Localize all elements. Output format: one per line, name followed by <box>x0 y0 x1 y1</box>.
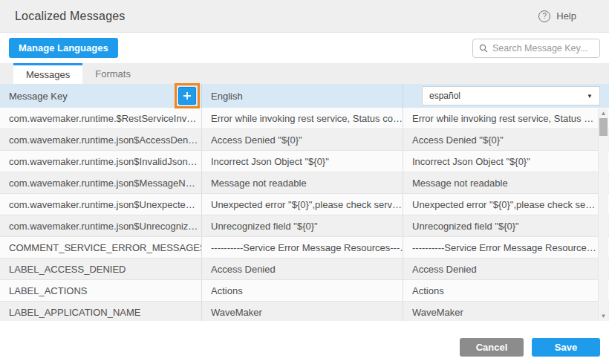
cell-message-key[interactable]: com.wavemaker.runtime.json$InvalidJson… <box>0 151 202 172</box>
table-row[interactable]: com.wavemaker.runtime.json$InvalidJson… … <box>0 151 609 172</box>
cell-translation[interactable]: Access Denied <box>403 264 609 275</box>
table-row[interactable]: com.wavemaker.runtime.json$AccessDen… Ac… <box>0 129 609 151</box>
cell-message-key[interactable]: com.wavemaker.runtime.json$AccessDen… <box>0 129 202 150</box>
add-message-key-button[interactable] <box>178 87 196 105</box>
table-row[interactable]: COMMENT_SERVICE_ERROR_MESSAGES ---------… <box>0 237 609 259</box>
cell-translation[interactable]: WaveMaker <box>403 307 609 318</box>
cell-translation[interactable]: Access Denied "${0}" <box>403 134 609 146</box>
cell-translation[interactable]: Incorrect Json Object "${0}" <box>403 156 609 167</box>
dialog-titlebar: Localized Messages ? Help <box>0 0 609 33</box>
search-input[interactable] <box>492 43 593 53</box>
cell-translation[interactable]: Actions <box>403 285 609 296</box>
language-select[interactable]: español ▼ <box>422 86 600 105</box>
search-box[interactable] <box>472 39 600 58</box>
cell-english[interactable]: Actions <box>202 280 403 301</box>
column-header-english: English <box>202 84 403 108</box>
save-button[interactable]: Save <box>532 338 600 357</box>
cell-english[interactable]: ----------Service Error Message Resource… <box>202 237 403 258</box>
manage-languages-button[interactable]: Manage Languages <box>9 38 118 58</box>
vertical-scrollbar[interactable]: ▲ ▼ <box>598 108 608 321</box>
english-header-label: English <box>211 91 243 102</box>
table-row[interactable]: LABEL_ACCESS_DENIED Access Denied Access… <box>0 259 609 280</box>
cell-message-key[interactable]: com.wavemaker.runtime.json$Unexpecte… <box>0 194 202 215</box>
add-button-highlight <box>175 83 200 108</box>
plus-icon <box>182 91 192 101</box>
search-icon <box>479 44 488 53</box>
table-row[interactable]: com.wavemaker.runtime.json$Unexpecte… Un… <box>0 194 609 215</box>
cell-english[interactable]: Message not readable <box>202 172 403 193</box>
dialog-footer: Cancel Save <box>0 321 609 364</box>
message-key-header-label: Message Key <box>9 91 68 102</box>
tab-messages[interactable]: Messages <box>13 63 82 84</box>
toolbar: Manage Languages <box>0 33 609 63</box>
cancel-button[interactable]: Cancel <box>460 338 524 357</box>
cell-translation[interactable]: Unrecognized field "${0}" <box>403 221 609 232</box>
scroll-down-icon[interactable]: ▼ <box>599 313 608 319</box>
cell-english[interactable]: Access Denied "${0}" <box>202 129 403 150</box>
localized-messages-dialog: Localized Messages ? Help Manage Languag… <box>0 0 609 364</box>
scroll-up-icon[interactable]: ▲ <box>599 110 608 117</box>
help-icon: ? <box>538 10 550 22</box>
cell-message-key[interactable]: com.wavemaker.runtime.json$MessageN… <box>0 172 202 193</box>
messages-table: Message Key English español ▼ <box>0 84 609 321</box>
cell-message-key[interactable]: LABEL_ACTIONS <box>0 280 202 301</box>
cell-english[interactable]: Unrecognized field "${0}" <box>202 215 403 236</box>
cell-message-key[interactable]: LABEL_APPLICATION_NAME <box>0 302 202 321</box>
help-label: Help <box>556 10 576 22</box>
cell-message-key[interactable]: COMMENT_SERVICE_ERROR_MESSAGES <box>0 237 202 258</box>
cell-translation[interactable]: ----------Service Error Message Resource… <box>403 242 609 253</box>
cell-english[interactable]: Access Denied <box>202 259 403 279</box>
cell-translation[interactable]: Error while invoking rest service, Statu… <box>403 113 609 124</box>
cell-english[interactable]: Error while invoking rest service, Statu… <box>202 108 403 129</box>
chevron-down-icon: ▼ <box>587 93 593 100</box>
table-row[interactable]: LABEL_APPLICATION_NAME WaveMaker WaveMak… <box>0 302 609 321</box>
table-row[interactable]: com.wavemaker.runtime.$RestServiceInv… E… <box>0 108 609 129</box>
page-title: Localized Messages <box>15 10 126 23</box>
scrollbar-thumb[interactable] <box>599 118 608 136</box>
table-row[interactable]: com.wavemaker.runtime.json$MessageN… Mes… <box>0 172 609 194</box>
cell-translation[interactable]: Message not readable <box>403 178 609 189</box>
table-row[interactable]: com.wavemaker.runtime.json$Unrecogniz… U… <box>0 215 609 237</box>
table-body: com.wavemaker.runtime.$RestServiceInv… E… <box>0 108 609 321</box>
tab-formats[interactable]: Formats <box>82 63 143 84</box>
cell-message-key[interactable]: com.wavemaker.runtime.$RestServiceInv… <box>0 108 202 129</box>
cell-english[interactable]: Incorrect Json Object "${0}" <box>202 151 403 172</box>
cell-english[interactable]: Unexpected error "${0}",please check ser… <box>202 194 403 215</box>
column-header-message-key: Message Key <box>0 84 202 108</box>
table-row[interactable]: LABEL_ACTIONS Actions Actions <box>0 280 609 302</box>
cell-message-key[interactable]: com.wavemaker.runtime.json$Unrecogniz… <box>0 215 202 236</box>
language-select-value: español <box>429 91 460 101</box>
cell-translation[interactable]: Unexpected error "${0}",please check se… <box>403 199 609 210</box>
help-link[interactable]: ? Help <box>538 10 576 22</box>
cell-message-key[interactable]: LABEL_ACCESS_DENIED <box>0 259 202 279</box>
tab-bar: Messages Formats <box>0 63 609 84</box>
column-header-language: español ▼ <box>403 84 609 108</box>
cell-english[interactable]: WaveMaker <box>202 302 403 321</box>
table-header-row: Message Key English español ▼ <box>0 84 609 108</box>
